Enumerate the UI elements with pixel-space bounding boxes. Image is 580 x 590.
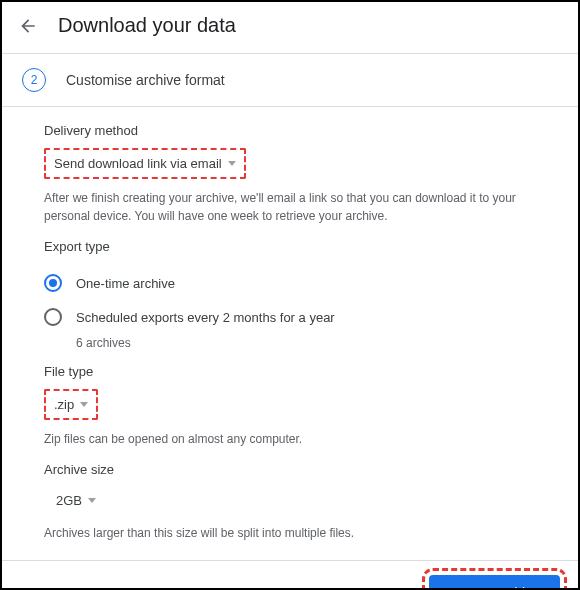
chevron-down-icon bbox=[80, 402, 88, 407]
archive-size-label: Archive size bbox=[44, 462, 536, 477]
step-header[interactable]: 2 Customise archive format bbox=[2, 53, 578, 107]
step-number-badge: 2 bbox=[22, 68, 46, 92]
page-header: Download your data bbox=[2, 2, 578, 49]
export-type-label: Export type bbox=[44, 239, 536, 254]
archive-size-value: 2GB bbox=[56, 493, 82, 508]
archive-size-dropdown[interactable]: 2GB bbox=[48, 487, 104, 514]
chevron-down-icon bbox=[88, 498, 96, 503]
back-arrow-icon[interactable] bbox=[18, 16, 38, 36]
radio-label: One-time archive bbox=[76, 276, 175, 291]
delivery-help-text: After we finish creating your archive, w… bbox=[44, 189, 536, 225]
file-type-label: File type bbox=[44, 364, 536, 379]
step-title: Customise archive format bbox=[66, 72, 225, 88]
export-type-group: One-time archive Scheduled exports every… bbox=[44, 266, 536, 350]
radio-icon bbox=[44, 308, 62, 326]
file-type-value: .zip bbox=[54, 397, 74, 412]
delivery-method-dropdown[interactable]: Send download link via email bbox=[44, 148, 246, 179]
delivery-method-label: Delivery method bbox=[44, 123, 536, 138]
file-type-dropdown[interactable]: .zip bbox=[44, 389, 98, 420]
radio-icon bbox=[44, 274, 62, 292]
file-type-help-text: Zip files can be opened on almost any co… bbox=[44, 430, 536, 448]
create-archive-button[interactable]: Create archive bbox=[429, 575, 560, 590]
radio-sublabel: 6 archives bbox=[76, 336, 536, 350]
radio-label: Scheduled exports every 2 months for a y… bbox=[76, 310, 335, 325]
export-option-onetime[interactable]: One-time archive bbox=[44, 266, 536, 300]
chevron-down-icon bbox=[228, 161, 236, 166]
content-area: Delivery method Send download link via e… bbox=[2, 107, 578, 542]
footer-bar: Create archive bbox=[2, 560, 578, 590]
archive-size-help-text: Archives larger than this size will be s… bbox=[44, 524, 536, 542]
page-title: Download your data bbox=[58, 14, 236, 37]
export-option-scheduled[interactable]: Scheduled exports every 2 months for a y… bbox=[44, 300, 536, 334]
delivery-method-value: Send download link via email bbox=[54, 156, 222, 171]
